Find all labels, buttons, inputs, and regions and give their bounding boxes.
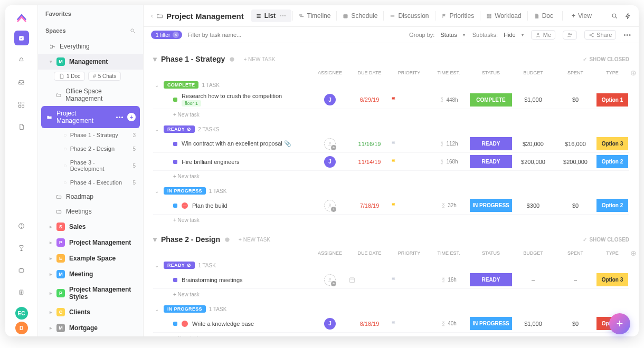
- budget-cell[interactable]: $1,000: [512, 321, 554, 327]
- add-assignee-button[interactable]: [324, 200, 336, 211]
- filter-input[interactable]: [187, 32, 404, 38]
- sidebar-space-item[interactable]: ▸SSales: [38, 219, 143, 235]
- new-task-row[interactable]: + New task: [153, 215, 629, 226]
- rail-docs-icon[interactable]: [14, 119, 29, 134]
- search-icon[interactable]: [130, 28, 136, 34]
- new-task-row[interactable]: + New task: [153, 171, 629, 182]
- phase-header[interactable]: ▾ Phase 2 - Design + NEW TASK ✓SHOW CLOS…: [153, 229, 629, 247]
- assignee-avatar[interactable]: J: [324, 156, 336, 168]
- collapse-sidebar-icon[interactable]: ‹: [151, 12, 153, 20]
- chevron-down-icon[interactable]: ⌄: [153, 82, 160, 88]
- task-row[interactable]: — Plan the build 7/18/19 32h IN PROGRESS…: [153, 197, 629, 215]
- user-avatar[interactable]: EC: [15, 307, 28, 320]
- chevron-down-icon[interactable]: ⌄: [153, 188, 160, 194]
- status-dot[interactable]: [173, 98, 177, 102]
- spent-cell[interactable]: $16,000: [554, 141, 596, 147]
- sidebar-favorites-header[interactable]: Favorites: [38, 5, 143, 22]
- status-dot[interactable]: [173, 160, 177, 164]
- spent-cell[interactable]: $200,000: [554, 159, 596, 165]
- priority-flag[interactable]: [391, 277, 428, 283]
- automation-icon[interactable]: [624, 13, 631, 20]
- priority-flag[interactable]: [391, 96, 428, 103]
- info-icon[interactable]: [224, 237, 230, 243]
- sidebar-folder-roadmap[interactable]: Roadmap: [38, 189, 143, 204]
- task-row[interactable]: Research how to crush the competitionflo…: [153, 91, 629, 109]
- budget-cell[interactable]: $1,000: [512, 96, 554, 103]
- status-cell[interactable]: COMPLETE: [470, 93, 512, 107]
- sidebar-list-item[interactable]: ○Phase 3 - Development5: [38, 156, 143, 176]
- sidebar-space-item[interactable]: ▸CClients: [38, 304, 143, 320]
- info-icon[interactable]: [229, 56, 235, 62]
- assignee-avatar[interactable]: J: [324, 318, 336, 330]
- sidebar-space-management[interactable]: ▾ M Management: [38, 54, 143, 70]
- chevron-down-icon[interactable]: ▾: [153, 55, 157, 63]
- type-cell[interactable]: Option 2: [596, 155, 628, 168]
- task-tag[interactable]: floor 1: [182, 100, 201, 107]
- chat-chip[interactable]: #5 Chats: [88, 72, 121, 81]
- app-logo[interactable]: [16, 12, 27, 23]
- time-estimate[interactable]: 16h: [428, 277, 470, 283]
- spent-cell[interactable]: $0: [554, 321, 596, 327]
- spent-cell[interactable]: –: [554, 277, 596, 283]
- status-cell[interactable]: READY: [470, 155, 512, 168]
- status-dot[interactable]: [173, 322, 177, 326]
- task-row[interactable]: Win contract with an excellent proposal …: [153, 135, 629, 153]
- budget-cell[interactable]: –: [512, 277, 554, 283]
- status-dot[interactable]: [173, 204, 177, 208]
- due-date[interactable]: [348, 276, 391, 284]
- due-date[interactable]: 11/16/19: [348, 141, 391, 147]
- phase-header[interactable]: ▾ Phase 1 - Strategy + NEW TASK ✓SHOW CL…: [153, 49, 629, 66]
- more-options-icon[interactable]: •••: [623, 32, 631, 38]
- view-tab-discussion[interactable]: Discussion: [385, 9, 433, 22]
- search-icon[interactable]: [611, 13, 618, 20]
- time-estimate[interactable]: 112h: [428, 141, 470, 147]
- rail-inbox-icon[interactable]: [14, 75, 29, 90]
- assignees-button[interactable]: [563, 31, 577, 40]
- sidebar-folder-meetings[interactable]: Meetings: [38, 204, 143, 219]
- sidebar-everything[interactable]: Everything: [38, 39, 143, 54]
- rail-dashboards-icon[interactable]: [14, 97, 29, 112]
- due-date[interactable]: 7/18/19: [348, 202, 391, 209]
- share-button[interactable]: Share: [584, 30, 616, 40]
- status-dot[interactable]: [173, 142, 177, 146]
- chevron-down-icon[interactable]: ⌄: [153, 306, 160, 312]
- status-cell[interactable]: IN PROGRESS: [470, 317, 512, 330]
- spent-cell[interactable]: $0: [554, 202, 596, 209]
- type-cell[interactable]: Option 2: [596, 199, 628, 212]
- due-date[interactable]: 11/14/19: [348, 159, 391, 165]
- add-icon[interactable]: +: [127, 113, 136, 121]
- time-estimate[interactable]: 448h: [428, 97, 470, 103]
- status-cell[interactable]: READY: [470, 137, 512, 150]
- type-cell[interactable]: Option 3: [596, 273, 628, 286]
- type-cell[interactable]: Option 3: [596, 137, 628, 150]
- status-cell[interactable]: READY: [470, 273, 512, 286]
- rail-help-icon[interactable]: [14, 218, 29, 233]
- status-dot[interactable]: [173, 278, 177, 282]
- budget-cell[interactable]: $200,000: [512, 159, 554, 165]
- priority-flag[interactable]: [391, 202, 428, 209]
- add-view-button[interactable]: +View: [567, 9, 596, 22]
- new-task-button[interactable]: + NEW TASK: [239, 237, 270, 243]
- rail-home-icon[interactable]: [14, 31, 29, 45]
- status-group-header[interactable]: ⌄ READY ⊘ 1 TASK: [153, 259, 629, 271]
- sidebar-folder-project-management[interactable]: Project Management +: [41, 106, 140, 128]
- active-filter-pill[interactable]: 1 filter×: [151, 31, 182, 39]
- priority-flag[interactable]: [391, 141, 428, 147]
- close-icon[interactable]: ×: [173, 32, 179, 38]
- add-column-icon[interactable]: ⊕: [628, 69, 639, 77]
- add-column-icon[interactable]: ⊕: [628, 249, 639, 257]
- sidebar-space-item[interactable]: ▸PProject Management Styles: [38, 282, 143, 304]
- rail-notepad-icon[interactable]: [14, 285, 29, 299]
- user-avatar[interactable]: D: [15, 322, 28, 334]
- doc-chip[interactable]: 1 Doc: [54, 72, 85, 81]
- task-row[interactable]: Brainstorming meetings 16h READY – – Opt…: [153, 271, 629, 289]
- more-dots-icon[interactable]: [116, 117, 123, 118]
- budget-cell[interactable]: $300: [512, 202, 554, 209]
- chevron-down-icon[interactable]: ⌄: [153, 127, 160, 132]
- add-assignee-button[interactable]: [324, 138, 336, 150]
- rail-workspace-icon[interactable]: [14, 263, 29, 277]
- time-estimate[interactable]: 168h: [428, 159, 470, 165]
- task-row[interactable]: Hire brilliant engineers J 11/14/19 168h…: [153, 153, 629, 171]
- status-group-header[interactable]: ⌄ READY ⊘ 2 TASKS: [153, 123, 629, 135]
- status-cell[interactable]: IN PROGRESS: [470, 199, 512, 212]
